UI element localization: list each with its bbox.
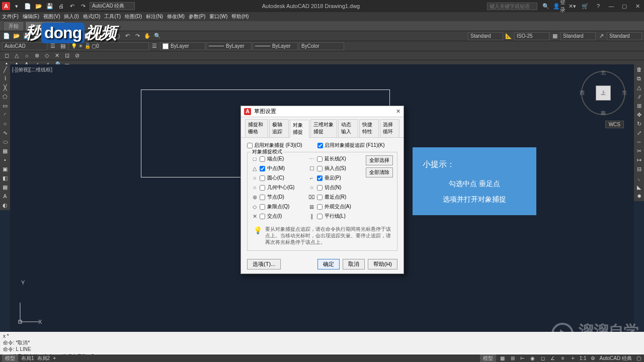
viewcube[interactable]: 上 北 南 西 东 (581, 70, 626, 116)
rotate-icon[interactable]: ↻ (635, 120, 643, 128)
undo2-icon[interactable]: ↶ (123, 32, 132, 41)
plot-icon[interactable]: 🖨 (42, 32, 51, 41)
new-icon[interactable]: 📄 (2, 32, 11, 41)
erase-icon[interactable]: 🗑 (635, 65, 643, 73)
region-icon[interactable]: ◧ (1, 174, 9, 182)
viewcube-north[interactable]: 北 (601, 69, 606, 76)
cancel-button[interactable]: 取消 (343, 259, 365, 269)
drawing-tab[interactable]: Drawing1*× (25, 21, 65, 31)
tab-cycling[interactable]: 选择循环 (380, 119, 399, 137)
mirror-icon[interactable]: △ (635, 83, 643, 92)
snap-cen-icon[interactable]: ○ (22, 51, 31, 60)
move-icon[interactable]: ✥ (635, 111, 643, 119)
mleader-icon[interactable]: ↗ (597, 32, 606, 41)
gradient-icon[interactable]: ◐ (1, 201, 9, 209)
tablestyle-combo[interactable]: Standard (560, 32, 596, 40)
menu-edit[interactable]: 编辑(E) (23, 13, 39, 20)
copy2-icon[interactable]: ⧉ (635, 74, 643, 82)
login-button[interactable]: 👤 登录 (554, 2, 564, 11)
sb-polar-icon[interactable]: ◉ (529, 355, 536, 362)
open-icon[interactable]: 📂 (12, 32, 21, 41)
menu-help[interactable]: 帮助(H) (231, 13, 249, 20)
osnap-left-6[interactable]: ✕ 交点(I) (252, 213, 304, 220)
menu-view[interactable]: 视图(V) (43, 13, 60, 20)
new-tab-button[interactable]: + (66, 21, 76, 31)
osnap-left-1[interactable]: △ 中点(M) (252, 165, 304, 172)
tab-close-icon[interactable]: × (57, 24, 60, 29)
sb-grid-icon[interactable]: ▦ (499, 355, 506, 362)
layeriso-icon[interactable]: ☰ (150, 42, 159, 51)
color-combo[interactable]: ByLayer (160, 42, 205, 50)
layer-icon[interactable]: ☰ (48, 42, 57, 51)
osnap-left-0[interactable]: □ 端点(E) (252, 155, 304, 162)
infocenter-icon[interactable]: 🔍 (541, 2, 550, 11)
tab-3dosnap[interactable]: 三维对象捕捉 (310, 119, 337, 137)
layout-1[interactable]: 布局1 (21, 355, 34, 362)
spline-icon[interactable]: ∿ (1, 129, 9, 137)
sb-snap-icon[interactable]: ⊞ (509, 355, 516, 362)
saveas-icon[interactable]: 💾 (32, 32, 41, 41)
point-icon[interactable]: • (1, 156, 9, 164)
menu-window[interactable]: 窗口(W) (209, 13, 227, 20)
menu-tools[interactable]: 工具(T) (104, 13, 121, 20)
paste-icon[interactable]: 📋 (93, 32, 102, 41)
ellipse-icon[interactable]: ⬭ (1, 138, 9, 146)
osnap-right-3[interactable]: ○ 切点(N) (309, 184, 361, 191)
sb-osnap-icon[interactable]: ◻ (539, 355, 546, 362)
snap-node-icon[interactable]: ⊗ (32, 51, 41, 60)
viewcube-south[interactable]: 南 (601, 110, 606, 117)
linetype-combo[interactable]: ByLayer (206, 42, 252, 50)
sb-lwt-icon[interactable]: ≡ (559, 355, 567, 362)
enable-osnap-checkbox[interactable]: 启用对象捕捉 (F3)(O) (247, 142, 302, 149)
layout-add-button[interactable]: + (53, 355, 56, 361)
tab-snap-grid[interactable]: 捕捉和栅格 (245, 119, 268, 137)
tab-polar[interactable]: 极轴追踪 (269, 119, 289, 137)
dimstyle-combo[interactable]: ISO-25 (514, 32, 549, 40)
zoom-icon[interactable]: 🔍 (153, 32, 162, 41)
match-icon[interactable]: 🖌 (103, 32, 112, 41)
osnap-left-4[interactable]: ⊗ 节点(D) (252, 194, 304, 201)
qat-undo-icon[interactable]: ↶ (67, 2, 76, 11)
break-icon[interactable]: ⊟ (635, 165, 643, 173)
sb-ortho-icon[interactable]: ⊢ (519, 355, 526, 362)
tab-quickprop[interactable]: 快捷特性 (359, 119, 379, 137)
osnap-right-0[interactable]: ⋯ 延长线(X) (309, 155, 361, 162)
command-line[interactable]: x * 命令: *取消* 命令: L LINE ▸_ LINE 指定第一个点: … (0, 332, 644, 354)
snap-ins-icon[interactable]: ⊡ (62, 51, 71, 60)
exchange-icon[interactable]: ✕▾ (568, 2, 577, 11)
mleader-combo[interactable]: Standard (607, 32, 642, 40)
workspace-combo[interactable]: AutoCAD 经典 (90, 2, 135, 10)
sb-model[interactable]: 模型 (480, 354, 496, 363)
stretch-icon[interactable]: ↔ (635, 138, 643, 146)
line-icon[interactable]: ╱ (1, 65, 9, 73)
polygon-icon[interactable]: ⬠ (1, 93, 9, 101)
layerprop-icon[interactable]: ▤ (58, 42, 67, 51)
osnap-right-6[interactable]: ∥ 平行线(L) (309, 213, 361, 220)
redo2-icon[interactable]: ↷ (133, 32, 142, 41)
dialog-titlebar[interactable]: A 草图设置 ✕ (241, 106, 404, 117)
osnap-left-2[interactable]: ○ 圆心(C) (252, 174, 304, 182)
lineweight-combo[interactable]: ByLayer (253, 42, 298, 50)
tab-osnap[interactable]: 对象捕捉 (290, 120, 309, 138)
clear-all-button[interactable]: 全部清除 (366, 167, 393, 177)
sb-scale[interactable]: 1:1 (580, 355, 587, 361)
sb-gear-icon[interactable]: ⚙ (590, 355, 597, 362)
explode-icon[interactable]: ✸ (635, 192, 643, 200)
textstyle-combo[interactable]: Standard (468, 32, 503, 40)
menu-dim[interactable]: 标注(N) (146, 13, 163, 20)
circle-icon[interactable]: ○ (1, 120, 9, 128)
help-search-input[interactable] (487, 3, 537, 10)
viewcube-east[interactable]: 东 (622, 89, 627, 97)
chamfer-icon[interactable]: ◣ (635, 183, 643, 191)
pan-icon[interactable]: ✋ (143, 32, 152, 41)
cart-icon[interactable]: 🛒 (581, 2, 590, 11)
qat-print-icon[interactable]: 🖨 (56, 2, 65, 11)
table-icon[interactable]: ▦ (1, 183, 9, 191)
app-combo[interactable]: AutoCAD (2, 42, 47, 50)
help-icon[interactable]: ? (594, 2, 603, 11)
menu-format[interactable]: 格式(O) (83, 13, 100, 20)
arc-icon[interactable]: ◜ (1, 111, 9, 119)
trim-icon[interactable]: ✂ (635, 147, 643, 155)
options-button[interactable]: 选项(T)... (247, 259, 281, 269)
layer-combo[interactable]: 💡 ☀ 🔓 ▢ 0 (68, 42, 149, 50)
